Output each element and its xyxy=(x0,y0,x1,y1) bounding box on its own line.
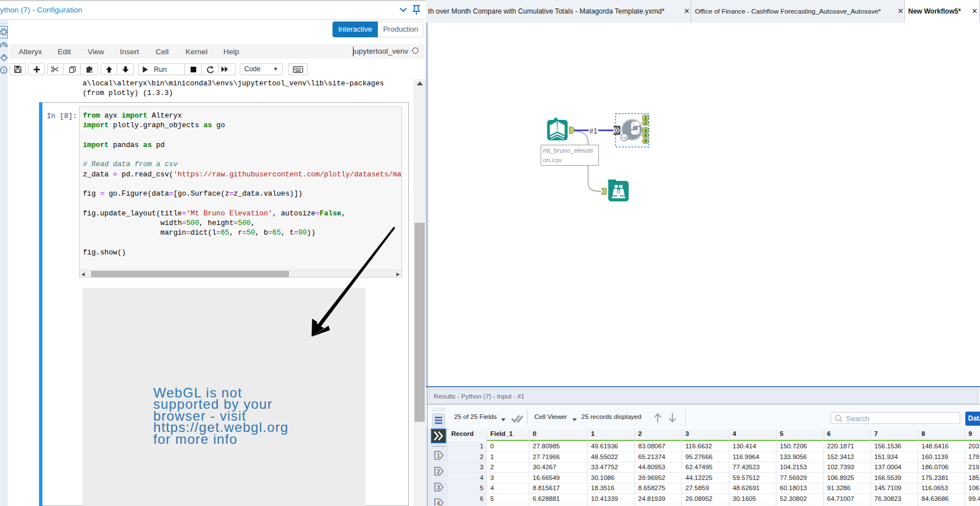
svg-text:3: 3 xyxy=(644,128,646,133)
svg-text:1: 1 xyxy=(437,453,441,459)
svg-text:?: ? xyxy=(2,68,5,73)
svg-text:5: 5 xyxy=(644,139,646,144)
svg-text:2: 2 xyxy=(644,120,646,126)
svg-text:1: 1 xyxy=(644,115,646,120)
svg-text:#1: #1 xyxy=(589,127,597,135)
svg-text:2: 2 xyxy=(437,469,441,475)
svg-text:3: 3 xyxy=(437,485,441,491)
svg-text:4: 4 xyxy=(437,500,441,506)
